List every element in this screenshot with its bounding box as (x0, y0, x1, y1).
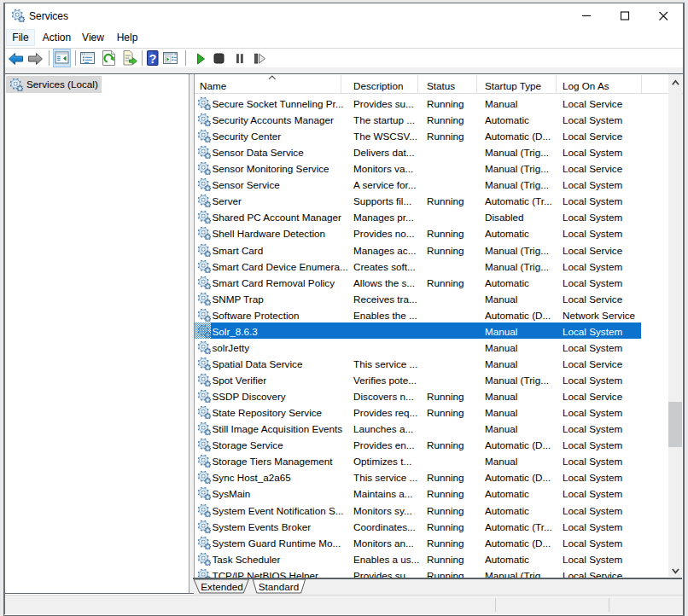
svg-text:?: ? (149, 52, 157, 66)
svg-text:Extended: Extended (201, 581, 242, 592)
svg-text:Standard: Standard (259, 581, 299, 592)
